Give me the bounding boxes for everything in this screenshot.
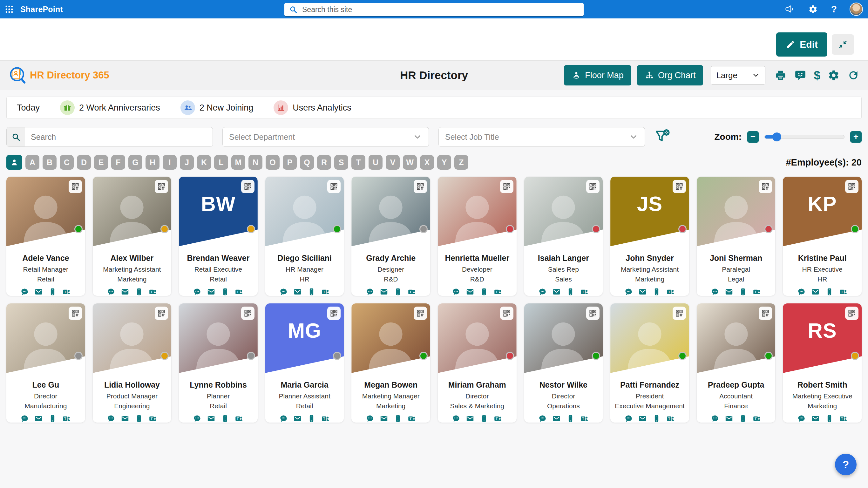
edit-button[interactable]: Edit bbox=[776, 32, 827, 57]
new-joining-link[interactable]: 2 New Joining bbox=[181, 100, 253, 115]
collapse-button[interactable] bbox=[832, 34, 854, 55]
qr-code-icon[interactable] bbox=[759, 307, 772, 320]
qr-code-icon[interactable] bbox=[500, 180, 514, 193]
teams-icon[interactable] bbox=[839, 414, 848, 423]
email-icon[interactable] bbox=[638, 287, 647, 296]
suite-search-input[interactable] bbox=[302, 5, 579, 14]
employee-card[interactable]: Patti Fernandez President Executive Mana… bbox=[610, 303, 689, 423]
settings-gear-icon[interactable] bbox=[827, 69, 840, 82]
employee-card[interactable]: Diego Siciliani HR Manager HR bbox=[265, 177, 344, 296]
qr-code-icon[interactable] bbox=[845, 307, 859, 320]
mobile-phone-icon[interactable] bbox=[135, 287, 143, 296]
alphabet-button-F[interactable]: F bbox=[111, 155, 125, 170]
help-fab-button[interactable]: ? bbox=[835, 454, 857, 475]
chat-icon[interactable] bbox=[538, 414, 547, 423]
floor-map-button[interactable]: Floor Map bbox=[564, 65, 631, 86]
email-icon[interactable] bbox=[380, 414, 388, 423]
chat-icon[interactable] bbox=[538, 287, 547, 296]
teams-icon[interactable] bbox=[580, 414, 589, 423]
teams-icon[interactable] bbox=[62, 287, 71, 296]
mobile-phone-icon[interactable] bbox=[221, 414, 229, 423]
alphabet-button-I[interactable]: I bbox=[163, 155, 177, 170]
mobile-phone-icon[interactable] bbox=[307, 414, 316, 423]
qr-code-icon[interactable] bbox=[759, 180, 772, 193]
email-icon[interactable] bbox=[811, 287, 820, 296]
qr-code-icon[interactable] bbox=[241, 180, 254, 193]
pricing-dollar-icon[interactable]: $ bbox=[814, 69, 820, 81]
alphabet-button-D[interactable]: D bbox=[77, 155, 91, 170]
qr-code-icon[interactable] bbox=[586, 307, 599, 320]
chat-icon[interactable] bbox=[279, 287, 288, 296]
employee-card[interactable]: Nestor Wilke Director Operations bbox=[524, 303, 603, 423]
mobile-phone-icon[interactable] bbox=[566, 287, 575, 296]
help-icon[interactable]: ? bbox=[831, 4, 837, 14]
alphabet-button-C[interactable]: C bbox=[60, 155, 74, 170]
mobile-phone-icon[interactable] bbox=[652, 287, 661, 296]
employee-card[interactable]: JS John Snyder Marketing Assistant Marke… bbox=[610, 177, 689, 296]
teams-icon[interactable] bbox=[321, 287, 330, 296]
employee-card[interactable]: Joni Sherman Paralegal Legal bbox=[697, 177, 776, 296]
chat-icon[interactable] bbox=[797, 287, 806, 296]
employee-card[interactable]: Lynne Robbins Planner Retail bbox=[179, 303, 258, 423]
alphabet-button-W[interactable]: W bbox=[403, 155, 417, 170]
teams-icon[interactable] bbox=[753, 414, 761, 423]
employee-search-input[interactable] bbox=[25, 127, 213, 147]
alphabet-button-R[interactable]: R bbox=[317, 155, 331, 170]
email-icon[interactable] bbox=[638, 414, 647, 423]
qr-code-icon[interactable] bbox=[155, 307, 168, 320]
qr-code-icon[interactable] bbox=[69, 307, 82, 320]
clear-filter-icon[interactable] bbox=[654, 128, 672, 146]
mobile-phone-icon[interactable] bbox=[135, 414, 143, 423]
chat-icon[interactable] bbox=[624, 414, 633, 423]
email-icon[interactable] bbox=[207, 414, 215, 423]
chat-icon[interactable] bbox=[452, 287, 460, 296]
mobile-phone-icon[interactable] bbox=[652, 414, 661, 423]
qr-code-icon[interactable] bbox=[414, 307, 427, 320]
settings-gear-icon[interactable] bbox=[808, 4, 818, 14]
email-icon[interactable] bbox=[380, 287, 388, 296]
email-icon[interactable] bbox=[552, 414, 561, 423]
chat-icon[interactable] bbox=[279, 414, 288, 423]
mobile-phone-icon[interactable] bbox=[825, 414, 834, 423]
teams-icon[interactable] bbox=[666, 287, 675, 296]
email-icon[interactable] bbox=[34, 414, 43, 423]
teams-icon[interactable] bbox=[408, 287, 416, 296]
sharepoint-logo-text[interactable]: SharePoint bbox=[20, 5, 63, 14]
email-icon[interactable] bbox=[121, 414, 129, 423]
employee-search-box[interactable] bbox=[6, 127, 213, 147]
employee-card[interactable]: Grady Archie Designer R&D bbox=[351, 177, 430, 296]
teams-icon[interactable] bbox=[235, 414, 243, 423]
email-icon[interactable] bbox=[466, 287, 474, 296]
megaphone-icon[interactable] bbox=[784, 4, 795, 14]
chat-icon[interactable] bbox=[366, 287, 374, 296]
email-icon[interactable] bbox=[207, 287, 215, 296]
print-icon[interactable] bbox=[774, 69, 787, 82]
teams-icon[interactable] bbox=[580, 287, 589, 296]
chat-icon[interactable] bbox=[624, 287, 633, 296]
employee-card[interactable]: Isaiah Langer Sales Rep Sales bbox=[524, 177, 603, 296]
alphabet-button-A[interactable]: A bbox=[25, 155, 39, 170]
employee-card[interactable]: KP Kristine Paul HR Executive HR bbox=[783, 177, 862, 296]
teams-icon[interactable] bbox=[753, 287, 761, 296]
today-tab[interactable]: Today bbox=[17, 103, 40, 113]
mobile-phone-icon[interactable] bbox=[221, 287, 229, 296]
zoom-out-button[interactable]: − bbox=[747, 131, 759, 143]
suite-search-box[interactable] bbox=[284, 3, 584, 16]
card-size-select[interactable]: Large bbox=[711, 66, 765, 85]
mobile-phone-icon[interactable] bbox=[480, 414, 488, 423]
app-launcher-waffle-icon[interactable] bbox=[0, 0, 19, 19]
department-select[interactable]: Select Department bbox=[222, 127, 429, 147]
alphabet-button-S[interactable]: S bbox=[334, 155, 348, 170]
org-chart-button[interactable]: Org Chart bbox=[637, 65, 704, 86]
alphabet-button-T[interactable]: T bbox=[351, 155, 365, 170]
chat-icon[interactable] bbox=[452, 414, 460, 423]
qr-code-icon[interactable] bbox=[673, 180, 686, 193]
mobile-phone-icon[interactable] bbox=[566, 414, 575, 423]
alphabet-button-M[interactable]: M bbox=[231, 155, 245, 170]
employee-card[interactable]: Lee Gu Director Manufacturing bbox=[6, 303, 85, 423]
teams-icon[interactable] bbox=[408, 414, 416, 423]
alphabet-button-H[interactable]: H bbox=[146, 155, 159, 170]
employee-card[interactable]: BW Brendan Weaver Retail Executive Retai… bbox=[179, 177, 258, 296]
qr-code-icon[interactable] bbox=[845, 180, 859, 193]
qr-code-icon[interactable] bbox=[586, 180, 599, 193]
